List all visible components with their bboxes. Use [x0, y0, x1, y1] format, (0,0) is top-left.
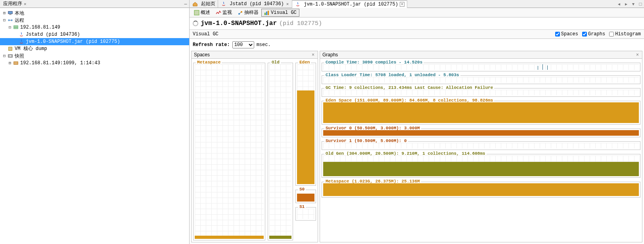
check-label: Graphs [588, 31, 605, 37]
space-s0: S0 [295, 190, 316, 203]
tree-local[interactable]: ⊞ 本地 [0, 10, 189, 17]
collapse-icon[interactable]: ⊟ [2, 52, 7, 60]
check-histogram[interactable]: Histogram [609, 31, 641, 37]
tree-snapshot[interactable]: ⊟ 快照 [0, 52, 189, 60]
space-metaspace: Metaspace [193, 63, 265, 240]
visualgc-subbar: Visual GC Spaces Graphs Histogram [190, 30, 644, 39]
check-label: Histogram [615, 31, 641, 37]
left-tab-bar: 应用程序 × – [0, 0, 189, 8]
tree-jvm-selected[interactable]: jvm-1.0-SNAPSHOT.jar (pid 102775) [0, 38, 189, 45]
content-split: Spaces × Metaspace Old [190, 51, 644, 244]
applications-tab[interactable]: 应用程序 × [0, 0, 29, 8]
dump-icon [7, 46, 13, 52]
tree-label: 远程 [15, 17, 24, 24]
graph-meta: Metaspace (1.023G, 26.375M): 25.136M [322, 182, 640, 198]
maximize-icon[interactable]: □ [637, 0, 644, 8]
space-s1: S1 [295, 207, 316, 221]
svg-rect-17 [268, 11, 269, 15]
tree-remote[interactable]: ⊟ 远程 [0, 17, 189, 24]
refresh-label: Refresh rate: [193, 42, 230, 48]
close-icon[interactable]: × [400, 2, 404, 7]
visualgc-icon [264, 10, 270, 15]
computer-icon [7, 10, 13, 16]
monitor-icon [216, 10, 221, 15]
minimize-icon[interactable]: – [182, 1, 189, 7]
tab-list-icon[interactable]: ▾ [630, 0, 637, 8]
subtab-label: Visual GC [271, 10, 297, 15]
svg-point-3 [11, 19, 12, 21]
graph-classloader: Class Loader Time: 5708 loaded, 1 unload… [322, 75, 640, 84]
applications-tab-label: 应用程序 [3, 0, 22, 7]
graphs-checkbox[interactable] [582, 32, 587, 37]
page-subtitle: (pid 102775) [279, 20, 322, 27]
tree-label: 192.168.81.149:1099, 1:14:43 [20, 60, 100, 67]
pane-title: Spaces [194, 52, 210, 58]
collapse-icon[interactable]: ⊟ [2, 17, 7, 24]
svg-rect-1 [9, 14, 11, 15]
subtab-label: 抽样器 [244, 9, 259, 16]
collapse-icon[interactable]: ⊟ [7, 24, 13, 31]
tab-jvm-active[interactable]: jvm-1.0-SNAPSHOT.jar (pid 102775) × [292, 0, 407, 8]
subbar-label: Visual GC [193, 31, 218, 37]
graphs-body: Compile Time: 3090 compiles - 14.520s Cl… [320, 59, 642, 242]
spaces-checkbox[interactable] [555, 32, 560, 37]
loading-spinner-icon [193, 21, 198, 26]
tree-label: 192.168.81.149 [20, 24, 60, 31]
applications-tree: ⊞ 本地 ⊟ 远程 ⊟ 192.168.81.149 Jstatd (pid 1… [0, 8, 189, 68]
svg-rect-6 [14, 27, 18, 29]
close-icon[interactable]: × [311, 52, 315, 58]
tree-jstatd[interactable]: Jstatd (pid 104736) [0, 31, 189, 38]
tab-label: Jstatd (pid 104736) [230, 1, 284, 7]
editor-area: 起始页 Jstatd (pid 104736) × jvm-1.0-SNAPSH… [190, 0, 644, 244]
java-icon [220, 1, 227, 7]
spaces-header: Spaces × [191, 51, 318, 59]
java-icon [18, 32, 25, 37]
refresh-select[interactable]: 100 [232, 41, 254, 48]
check-spaces[interactable]: Spaces [555, 31, 578, 37]
subtab-visualgc-active[interactable]: Visual GC [261, 9, 299, 17]
pane-title: Graphs [322, 52, 338, 58]
refresh-row: Refresh rate: 100 msec. [190, 39, 644, 51]
histogram-checkbox[interactable] [609, 32, 614, 37]
graph-gctime: GC Time: 9 collections, 213.434ms Last C… [322, 88, 640, 97]
close-icon[interactable]: × [635, 52, 640, 58]
graph-old: Old Gen (304.000M, 20.500M): 9.210M, 1 c… [322, 154, 640, 178]
subtab-label: 监视 [222, 9, 232, 16]
subtab-monitor[interactable]: 监视 [213, 8, 235, 17]
graph-compile: Compile Time: 3090 compiles - 14.520s [322, 63, 640, 71]
close-icon[interactable]: × [286, 2, 289, 6]
tab-prev-icon[interactable]: ◂ [615, 0, 623, 8]
snapshot-icon [7, 53, 13, 59]
tab-start[interactable]: 起始页 [190, 0, 218, 8]
graph-s1: Survivor 1 (50.500M, 5.000M): 0 [322, 141, 640, 150]
svg-point-9 [10, 55, 11, 57]
tab-next-icon[interactable]: ▸ [623, 0, 630, 8]
spaces-body: Metaspace Old Eden [191, 59, 318, 242]
svg-line-14 [240, 12, 241, 13]
overview-icon [194, 10, 199, 15]
expand-icon[interactable]: ⊞ [2, 10, 7, 17]
svg-rect-16 [266, 12, 267, 15]
refresh-unit: msec. [257, 42, 271, 48]
svg-rect-15 [264, 13, 266, 15]
page-title-row: jvm-1.0-SNAPSHOT.jar (pid 102775) [190, 17, 644, 30]
page-title: jvm-1.0-SNAPSHOT.jar [201, 20, 277, 27]
java-icon [18, 39, 25, 44]
tree-label: 本地 [15, 10, 24, 17]
expand-icon[interactable]: ⊞ [7, 60, 13, 67]
tab-label: 起始页 [201, 0, 215, 7]
server-icon [13, 25, 19, 30]
tree-host[interactable]: ⊟ 192.168.81.149 [0, 24, 189, 31]
tree-vmcore[interactable]: VM 核心 dump [0, 45, 189, 52]
applications-panel: 应用程序 × – ⊞ 本地 ⊟ 远程 ⊟ 192.168.81.149 Jsta… [0, 0, 190, 244]
tree-snapshot-item[interactable]: ⊞ 192.168.81.149:1099, 1:14:43 [0, 60, 189, 67]
subtab-sampler[interactable]: 抽样器 [235, 8, 261, 17]
tab-jstatd[interactable]: Jstatd (pid 104736) × [218, 0, 292, 8]
network-icon [7, 17, 13, 23]
close-icon[interactable]: × [24, 2, 26, 6]
tree-label: 快照 [15, 52, 24, 60]
java-icon [295, 2, 301, 7]
svg-rect-10 [14, 62, 18, 65]
subtab-overview[interactable]: 概述 [191, 8, 213, 17]
check-graphs[interactable]: Graphs [582, 31, 605, 37]
